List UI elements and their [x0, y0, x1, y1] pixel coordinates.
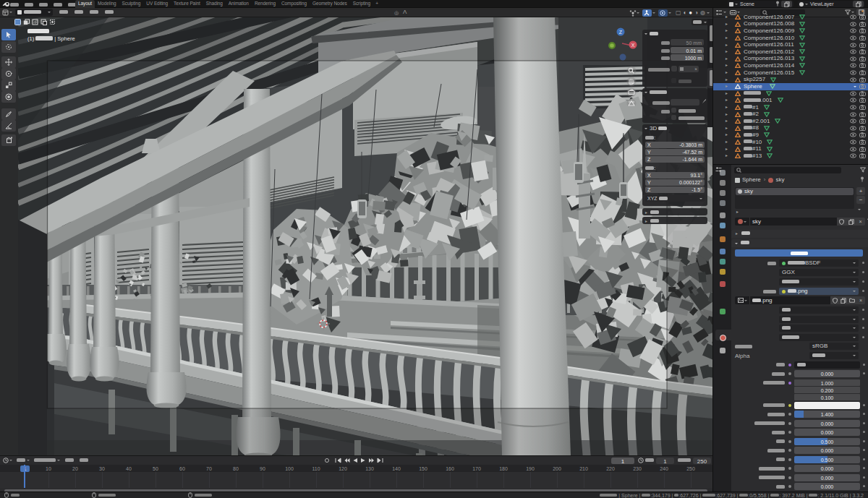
svg-text:X: X: [631, 43, 635, 48]
svg-text:Z: Z: [619, 30, 623, 35]
